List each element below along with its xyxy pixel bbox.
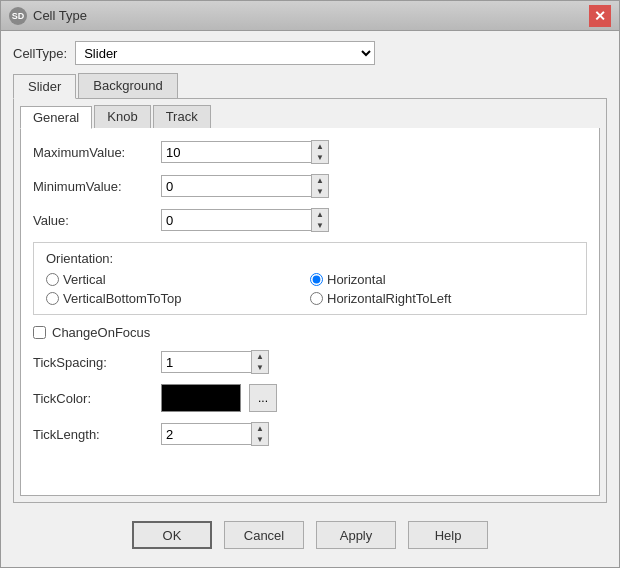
main-window: SD Cell Type ✕ CellType: Slider Button C… <box>0 0 620 568</box>
value-row: Value: ▲ ▼ <box>33 208 587 232</box>
inner-tab-bar: General Knob Track <box>14 99 606 128</box>
inner-tab-knob[interactable]: Knob <box>94 105 150 128</box>
orientation-horizontal-right-to-left[interactable]: HorizontalRightToLeft <box>310 291 574 306</box>
tick-color-swatch[interactable] <box>161 384 241 412</box>
orientation-vertical-label: Vertical <box>63 272 106 287</box>
tick-color-row: TickColor: ... <box>33 384 587 412</box>
inner-tab-content: MaximumValue: ▲ ▼ MinimumValue: <box>20 128 600 496</box>
title-bar: SD Cell Type ✕ <box>1 1 619 31</box>
tick-color-label: TickColor: <box>33 391 153 406</box>
inner-tab-general[interactable]: General <box>20 106 92 129</box>
change-on-focus-row: ChangeOnFocus <box>33 325 587 340</box>
value-buttons: ▲ ▼ <box>311 208 329 232</box>
value-spinner: ▲ ▼ <box>161 208 329 232</box>
maximum-value-row: MaximumValue: ▲ ▼ <box>33 140 587 164</box>
maximum-value-input[interactable] <box>161 141 311 163</box>
orientation-hrtl-radio[interactable] <box>310 292 323 305</box>
value-input[interactable] <box>161 209 311 231</box>
orientation-horizontal-radio[interactable] <box>310 273 323 286</box>
tick-spacing-input[interactable] <box>161 351 251 373</box>
orientation-hrtl-label: HorizontalRightToLeft <box>327 291 451 306</box>
orientation-vertical[interactable]: Vertical <box>46 272 310 287</box>
window-title: Cell Type <box>33 8 87 23</box>
cell-type-label: CellType: <box>13 46 67 61</box>
help-button[interactable]: Help <box>408 521 488 549</box>
minimum-value-row: MinimumValue: ▲ ▼ <box>33 174 587 198</box>
orientation-vbtt-radio[interactable] <box>46 292 59 305</box>
cancel-button[interactable]: Cancel <box>224 521 304 549</box>
cell-type-row: CellType: Slider Button CheckBox ComboBo… <box>13 41 607 65</box>
tick-length-buttons: ▲ ▼ <box>251 422 269 446</box>
app-icon: SD <box>9 7 27 25</box>
change-on-focus-label: ChangeOnFocus <box>52 325 150 340</box>
orientation-label: Orientation: <box>46 251 574 266</box>
tick-length-down[interactable]: ▼ <box>252 434 268 445</box>
tick-color-browse-button[interactable]: ... <box>249 384 277 412</box>
tick-spacing-spinner: ▲ ▼ <box>161 350 269 374</box>
maximum-value-down[interactable]: ▼ <box>312 152 328 163</box>
close-button[interactable]: ✕ <box>589 5 611 27</box>
orientation-group: Orientation: Vertical Horizontal <box>33 242 587 315</box>
tick-length-label: TickLength: <box>33 427 153 442</box>
minimum-value-buttons: ▲ ▼ <box>311 174 329 198</box>
apply-button[interactable]: Apply <box>316 521 396 549</box>
outer-tab-slider[interactable]: Slider <box>13 74 76 99</box>
ok-button[interactable]: OK <box>132 521 212 549</box>
window-body: CellType: Slider Button CheckBox ComboBo… <box>1 31 619 567</box>
maximum-value-label: MaximumValue: <box>33 145 153 160</box>
tick-spacing-label: TickSpacing: <box>33 355 153 370</box>
tick-length-input[interactable] <box>161 423 251 445</box>
outer-tab-content: General Knob Track MaximumValue: ▲ ▼ <box>13 99 607 503</box>
orientation-vertical-radio[interactable] <box>46 273 59 286</box>
button-row: OK Cancel Apply Help <box>13 511 607 557</box>
minimum-value-input[interactable] <box>161 175 311 197</box>
minimum-value-up[interactable]: ▲ <box>312 175 328 186</box>
value-label: Value: <box>33 213 153 228</box>
outer-tab-bar: Slider Background <box>13 73 607 99</box>
orientation-horizontal-label: Horizontal <box>327 272 386 287</box>
value-up[interactable]: ▲ <box>312 209 328 220</box>
orientation-vbtt-label: VerticalBottomToTop <box>63 291 182 306</box>
value-down[interactable]: ▼ <box>312 220 328 231</box>
tick-spacing-row: TickSpacing: ▲ ▼ <box>33 350 587 374</box>
tick-length-row: TickLength: ▲ ▼ <box>33 422 587 446</box>
change-on-focus-checkbox[interactable] <box>33 326 46 339</box>
maximum-value-up[interactable]: ▲ <box>312 141 328 152</box>
orientation-vertical-bottom-to-top[interactable]: VerticalBottomToTop <box>46 291 310 306</box>
tick-spacing-down[interactable]: ▼ <box>252 362 268 373</box>
orientation-options: Vertical Horizontal VerticalBottomToTop <box>46 272 574 306</box>
cell-type-select[interactable]: Slider Button CheckBox ComboBox DateEdit… <box>75 41 375 65</box>
orientation-horizontal[interactable]: Horizontal <box>310 272 574 287</box>
tick-spacing-up[interactable]: ▲ <box>252 351 268 362</box>
tick-length-spinner: ▲ ▼ <box>161 422 269 446</box>
tick-spacing-buttons: ▲ ▼ <box>251 350 269 374</box>
outer-tab-background[interactable]: Background <box>78 73 177 98</box>
inner-tab-track[interactable]: Track <box>153 105 211 128</box>
title-bar-left: SD Cell Type <box>9 7 87 25</box>
minimum-value-down[interactable]: ▼ <box>312 186 328 197</box>
minimum-value-label: MinimumValue: <box>33 179 153 194</box>
tick-length-up[interactable]: ▲ <box>252 423 268 434</box>
maximum-value-buttons: ▲ ▼ <box>311 140 329 164</box>
minimum-value-spinner: ▲ ▼ <box>161 174 329 198</box>
maximum-value-spinner: ▲ ▼ <box>161 140 329 164</box>
